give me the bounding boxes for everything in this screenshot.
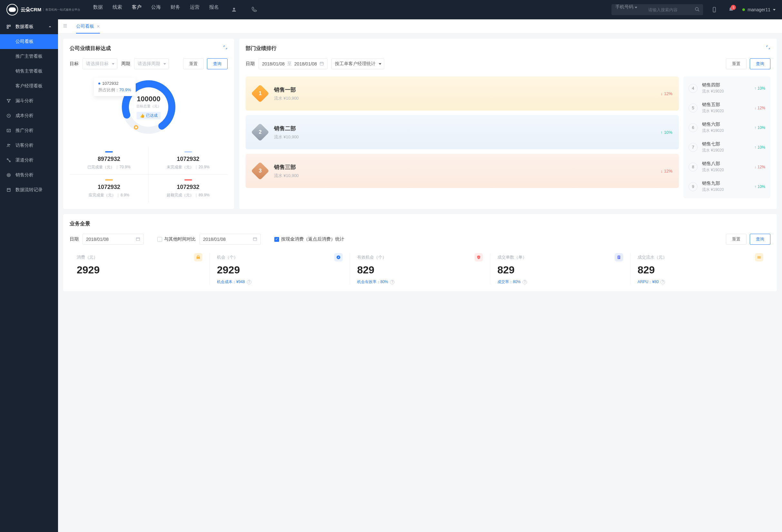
sidebar-group-dashboard[interactable]: 数据看板 — [0, 19, 58, 34]
sidebar-item-manager[interactable]: 客户经理看板 — [0, 79, 58, 94]
sidebar-item-label: 渠道分析 — [15, 157, 34, 163]
calendar-icon — [136, 237, 140, 242]
query-button[interactable]: 查询 — [750, 234, 771, 245]
podium-item: 3 销售三部 流水 ¥10,900 ↓ 12% — [246, 154, 679, 188]
nav-customers[interactable]: 客户 — [132, 4, 142, 15]
search-icon[interactable] — [695, 7, 700, 13]
user-menu[interactable]: manager11 — [742, 7, 776, 12]
rank-number: 6 — [688, 123, 698, 132]
username: manager11 — [747, 7, 771, 12]
expand-icon[interactable] — [766, 45, 771, 50]
sidebar-item-sales[interactable]: 销售主管看板 — [0, 64, 58, 79]
help-icon[interactable]: ? — [661, 280, 665, 284]
arrow-down-icon: ↓ — [754, 165, 756, 169]
nav-signup[interactable]: 报名 — [209, 4, 219, 15]
tooltip-value: 1072932 — [102, 81, 119, 86]
sidebar-item-label: 销售分析 — [15, 172, 34, 178]
logo-icon — [6, 4, 18, 15]
rank-info: 销售五部 流水 ¥19020 — [702, 102, 724, 114]
rank-number: 7 — [688, 143, 698, 152]
sidebar-item-label: 公司看板 — [15, 39, 34, 44]
dot-icon — [98, 82, 100, 84]
donut-value: 100000 — [136, 95, 161, 103]
phone-icon[interactable] — [249, 4, 260, 15]
kpi-card: 成交单数（单） 829 成交率：80%? — [490, 253, 631, 285]
nav-data[interactable]: 数据 — [93, 4, 103, 15]
podium-name: 销售二部 — [274, 125, 299, 132]
expand-icon[interactable] — [223, 45, 227, 50]
date-input-2[interactable]: 2018/01/08 — [200, 234, 261, 245]
sidebar-item-promo-analysis[interactable]: 推广分析 — [0, 123, 58, 138]
rank-info: 销售七部 流水 ¥19020 — [702, 141, 724, 153]
thumb-icon: 👍 — [140, 113, 145, 118]
select-target[interactable]: 请选择目标 — [82, 58, 117, 69]
svg-rect-22 — [253, 237, 257, 240]
podium-item: 2 销售二部 流水 ¥10,900 ↑ 10% — [246, 115, 679, 149]
svg-rect-8 — [7, 129, 11, 132]
card-icon — [755, 253, 763, 261]
date-sep: 至 — [287, 61, 292, 67]
close-icon[interactable]: ✕ — [97, 24, 100, 29]
help-icon[interactable]: ? — [390, 280, 395, 284]
nav-ops[interactable]: 运营 — [190, 4, 200, 15]
date-input-1[interactable]: 2018/01/08 — [82, 234, 144, 245]
label-target: 目标 — [70, 61, 79, 67]
sidebar-item-funnel[interactable]: 漏斗分析 — [0, 94, 58, 108]
sidebar-item-label: 漏斗分析 — [15, 98, 34, 104]
rank-sub: 流水 ¥19020 — [702, 187, 724, 192]
rank-name: 销售八部 — [702, 161, 724, 167]
search-input[interactable] — [648, 7, 695, 12]
svg-point-9 — [8, 144, 9, 145]
search-type-select[interactable]: 手机号码 — [611, 4, 645, 15]
mobile-icon[interactable] — [709, 4, 720, 15]
nav-pool[interactable]: 公海 — [151, 4, 161, 15]
reset-button[interactable]: 重置 — [726, 58, 747, 69]
date-range-input[interactable]: 2018/01/08 至 2018/01/08 — [258, 58, 327, 69]
query-button[interactable]: 查询 — [750, 58, 771, 69]
compare-checkbox[interactable]: 与其他时间对比 — [157, 236, 196, 242]
arrow-up-icon: ↑ — [754, 184, 756, 189]
select-period[interactable]: 请选择周期 — [134, 58, 169, 69]
donut-label: 目标总量（元） — [136, 104, 161, 109]
svg-point-1 — [695, 7, 698, 10]
select-statby[interactable]: 按工单客户经理统计 — [331, 58, 384, 69]
sidebar-item-promo[interactable]: 推广主管看板 — [0, 49, 58, 64]
sidebar-item-company[interactable]: 公司看板 — [0, 34, 58, 49]
podium-info: 销售一部 流水 ¥10,900 — [274, 86, 299, 101]
query-button[interactable]: 查询 — [207, 58, 227, 69]
user-icon[interactable] — [228, 4, 240, 15]
kpi-card: 有效机会（个） 829 机会有效率：80%? — [350, 253, 490, 285]
channel-icon — [6, 158, 11, 163]
collapse-icon[interactable] — [61, 22, 69, 31]
sidebar-item-flow[interactable]: 数据流转记录 — [0, 182, 58, 197]
nav-leads[interactable]: 线索 — [112, 4, 122, 15]
help-icon[interactable]: ? — [247, 280, 251, 284]
filters: 目标 请选择目标 周期 请选择周期 重置 查询 — [70, 58, 227, 69]
rank-number: 5 — [688, 104, 698, 112]
chevron-down-icon — [773, 9, 776, 11]
help-icon[interactable]: ? — [523, 280, 527, 284]
rank-name: 销售四部 — [702, 82, 724, 88]
sidebar-item-label: 客户经理看板 — [15, 83, 42, 89]
tabsbar: 公司看板 ✕ — [58, 19, 782, 34]
card-target: 公司业绩目标达成 目标 请选择目标 周期 请选择周期 重置 查询 1072 — [63, 39, 234, 209]
sidebar-item-label: 销售主管看板 — [15, 68, 42, 74]
chevron-down-icon — [112, 63, 114, 65]
date-from: 2018/01/08 — [262, 61, 285, 66]
sidebar-item-channel[interactable]: 渠道分析 — [0, 153, 58, 168]
cash-checkbox[interactable]: 按现金消费（返点后消费）统计 — [274, 236, 344, 242]
reset-button[interactable]: 重置 — [183, 58, 204, 69]
reset-button[interactable]: 重置 — [726, 234, 747, 245]
kpi-title: 有效机会（个） — [357, 254, 387, 260]
sidebar-item-visitor[interactable]: 访客分析 — [0, 138, 58, 153]
kpi-title: 机会（个） — [217, 254, 238, 260]
sidebar-item-cost[interactable]: 成本分析 — [0, 108, 58, 123]
medal-icon: 1 — [252, 85, 268, 102]
tab-company-board[interactable]: 公司看板 ✕ — [72, 19, 104, 34]
nav-finance[interactable]: 财务 — [171, 4, 180, 15]
sidebar-item-sales-analysis[interactable]: 销售分析 — [0, 168, 58, 182]
logo[interactable]: 云朵CRM 教育机构一站式服务云平台 — [6, 4, 80, 15]
bell-icon[interactable]: 5 — [725, 4, 737, 15]
label-date: 日期 — [70, 236, 79, 242]
funnel-icon — [6, 99, 11, 103]
